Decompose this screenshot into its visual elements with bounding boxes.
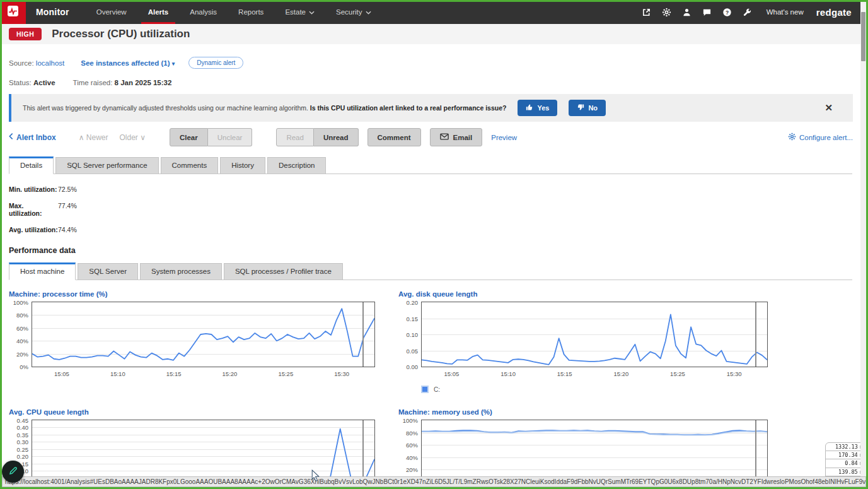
y-tick-label: 100% [403,417,418,424]
nav-item-estate[interactable]: Estate [274,0,325,24]
time-cursor-line[interactable] [755,420,757,482]
scrollbar-thumb[interactable] [861,12,865,61]
newer-button[interactable]: ∧ Newer [79,133,108,142]
pencil-icon [8,466,18,478]
performance-tabs: Host machine SQL Server System processes… [9,262,852,280]
y-tick-label: 0.00 [407,363,419,370]
severity-badge: HIGH [9,28,42,40]
clear-unclear-group: Clear Unclear [170,128,252,146]
x-tick-label: 15:25 [278,370,293,377]
alert-inbox-back-link[interactable]: Alert Inbox [9,133,56,142]
utilization-details: Min. utilization: 72.5% Max. utilization… [9,186,868,233]
chart-plot-area[interactable]: 100%80%60%40%20%0% [32,302,375,367]
x-tick-label: 15:10 [501,370,516,377]
x-tick-label: 15:30 [334,370,349,377]
alert-toolbar: Alert Inbox ∧ Newer Older ∨ Clear Unclea… [9,128,853,146]
y-tick-label: 0% [20,363,28,370]
status-bar-url: https://localhost:4001/Analysis#UEsDBAoA… [5,478,866,485]
status-row: Status: Active Time raised: 8 Jan 2025 1… [0,79,868,86]
chart-title: Avg. disk queue length [398,290,768,298]
tab-system-processes[interactable]: System processes [140,263,222,280]
status-value: Active [33,79,55,86]
unread-button[interactable]: Unread [314,128,359,146]
y-tick-label: 80% [16,312,28,319]
product-name: Monitor [26,0,86,24]
y-tick-label: 40% [406,454,418,461]
no-button[interactable]: No [569,100,606,116]
time-cursor-line[interactable] [755,302,757,367]
email-button[interactable]: Email [430,128,483,146]
y-tick-label: 60% [406,442,418,449]
tab-sql-server[interactable]: SQL Server [78,263,138,280]
y-tick-label: 0.30 [17,439,29,445]
y-tick-label: 0.20 [407,299,419,306]
avg-utilization-row: Avg. utilization: 74.4% [9,226,868,233]
nav-item-security[interactable]: Security [325,0,382,24]
ml-feedback-banner: This alert was triggered by dynamically … [9,94,853,122]
instances-affected-link[interactable]: See instances affected (1) ▾ [81,59,175,67]
tab-history[interactable]: History [220,157,265,174]
min-utilization-row: Min. utilization: 72.5% [9,186,868,193]
caret-down-icon: ▾ [172,61,175,67]
chevron-down-icon [309,8,315,16]
dynamic-alert-badge[interactable]: Dynamic alert [188,57,243,69]
tab-host-machine[interactable]: Host machine [9,262,76,280]
redgate-monitor-logo[interactable] [0,0,26,24]
help-icon[interactable]: ? [717,8,738,17]
chart-plot-area[interactable]: 100%80%60%40%20%0% [421,420,768,483]
alert-pager: ∧ Newer Older ∨ [79,133,146,142]
tab-details[interactable]: Details [9,156,54,174]
user-icon[interactable] [677,8,697,17]
time-raised-value: 8 Jan 2025 15:32 [115,79,172,86]
source-host-link[interactable]: localhost [36,59,64,67]
configure-alert-link[interactable]: Configure alert... [788,133,853,142]
chart-title: Machine: memory used (%) [398,408,768,416]
settings-gear-icon[interactable] [657,8,677,17]
nav-item-overview[interactable]: Overview [86,0,137,24]
ml-banner-text: This alert was triggered by dynamically … [23,104,506,112]
source-label: Source: [9,59,34,67]
x-tick-label: 15:15 [166,370,182,377]
y-tick-label: 40% [16,338,28,345]
status-label: Status: [9,79,32,86]
tab-description[interactable]: Description [267,157,327,174]
tools-wrench-icon[interactable] [738,8,758,17]
y-tick-label: 20% [406,466,418,473]
y-tick-label: 0.45 [17,417,29,424]
preview-link[interactable]: Preview [491,134,517,141]
y-tick-label: 20% [16,350,28,357]
y-tick-label: 0.40 [17,424,29,431]
unclear-button[interactable]: Unclear [208,128,253,146]
clear-button[interactable]: Clear [170,128,208,146]
tab-comments[interactable]: Comments [161,157,219,174]
tab-sql-processes-profiler-trace[interactable]: SQL processes / Profiler trace [224,263,343,280]
chevron-down-icon [366,8,371,16]
whats-new-link[interactable]: What's new [758,8,816,16]
tab-sql-server-performance[interactable]: SQL Server performance [55,157,158,174]
vertical-scrollbar[interactable] [860,2,866,487]
monitor-logo-icon [7,5,19,20]
time-raised-label: Time raised: [73,79,113,86]
read-button[interactable]: Read [276,128,314,146]
older-button[interactable]: Older ∨ [119,133,145,142]
nav-item-alerts[interactable]: Alerts [137,0,180,24]
feedback-chat-icon[interactable] [697,8,717,17]
time-cursor-line[interactable] [362,420,364,485]
yes-button[interactable]: Yes [518,100,557,116]
external-link-icon[interactable] [637,8,657,17]
nav-right: ? What's new redgate [637,0,868,24]
close-icon[interactable]: ✕ [825,102,833,114]
x-tick-label: 15:15 [557,370,572,377]
time-cursor-line[interactable] [362,302,364,367]
comment-button[interactable]: Comment [367,128,421,146]
svg-text:?: ? [726,9,729,15]
chart-plot-area[interactable]: 0.200.150.100.050.00 [421,302,768,367]
performance-data-heading: Performance data [9,246,868,255]
nav-item-analysis[interactable]: Analysis [179,0,228,24]
nav-item-reports[interactable]: Reports [228,0,274,24]
redgate-brand[interactable]: redgate [816,7,857,18]
chart-legend: C: [421,384,768,394]
legend-swatch[interactable] [421,386,429,393]
thumbs-up-icon [526,103,533,112]
annotate-pencil-button[interactable] [2,461,24,483]
